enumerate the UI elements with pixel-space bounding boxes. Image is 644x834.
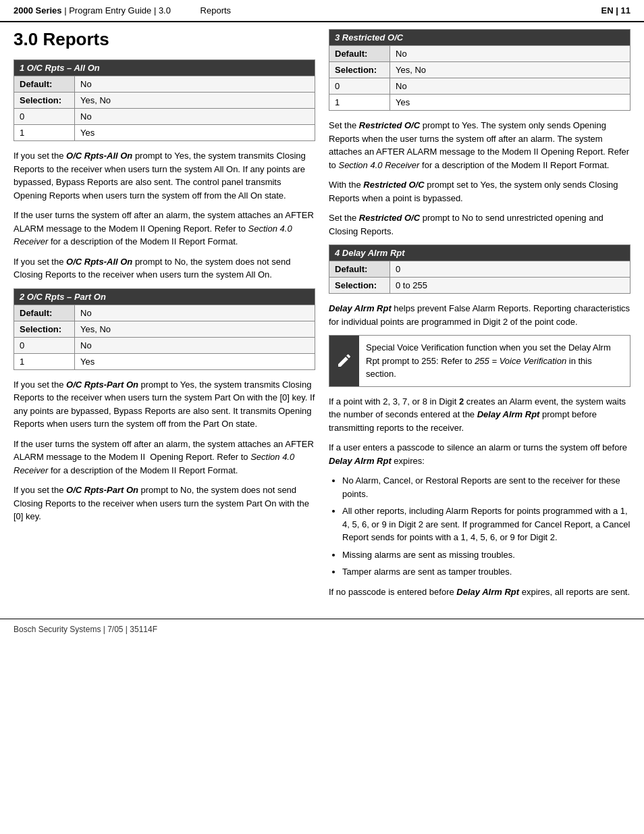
t3-para1: Set the Restricted O/C prompt to Yes. Th…: [329, 119, 630, 172]
bullet-item-3: Missing alarms are sent as missing troub…: [342, 548, 630, 562]
page-header: 2000 Series | Program Entry Guide | 3.0 …: [0, 0, 644, 22]
table-oc-rpts-part-on: 2 O/C Rpts – Part On Default: No Selecti…: [14, 288, 315, 370]
table3-row0-val: No: [390, 78, 630, 95]
t4-para3: If a user enters a passcode to silence a…: [329, 441, 630, 467]
note-text: Special Voice Verification function when…: [366, 342, 611, 379]
table4-header: 4 Delay Alrm Rpt: [329, 245, 630, 261]
series-title: 2000 Series: [14, 5, 62, 16]
table-oc-rpts-all-on: 1 O/C Rpts – All On Default: No Selectio…: [14, 59, 315, 141]
table3-header: 3 Restricted O/C: [329, 30, 630, 46]
table3-selection-value: Yes, No: [390, 62, 630, 78]
table3-default-value: No: [390, 46, 630, 62]
table-delay-alrm-rpt: 4 Delay Alrm Rpt Default: 0 Selection: 0…: [329, 244, 630, 294]
bullet-item-4: Tamper alarms are sent as tamper trouble…: [342, 565, 630, 579]
header-left: 2000 Series | Program Entry Guide | 3.0 …: [14, 5, 231, 16]
table3-default-label: Default:: [329, 46, 390, 62]
t1-para3: If you set the O/C Rpts-All On prompt to…: [14, 255, 315, 282]
note-icon: [329, 336, 359, 386]
footer-text: Bosch Security Systems | 7/05 | 35114F: [14, 625, 157, 634]
t3-para2: With the Restricted O/C prompt set to Ye…: [329, 178, 630, 205]
page-footer: Bosch Security Systems | 7/05 | 35114F: [0, 619, 644, 640]
table1-default-label: Default:: [14, 76, 75, 93]
t1-para1: If you set the O/C Rpts-All On prompt to…: [14, 149, 315, 202]
table3-selection-label: Selection:: [329, 62, 390, 78]
header-right: EN | 11: [601, 5, 630, 16]
table2-row0-key: 0: [14, 337, 75, 353]
left-column: 3.0 Reports 1 O/C Rpts – All On Default:…: [14, 29, 315, 605]
t2-para2: If the user turns the system off after a…: [14, 438, 315, 477]
t2-para3: If you set the O/C Rpts-Part On prompt t…: [14, 484, 315, 523]
pencil-icon: [336, 353, 352, 369]
note-box: Special Voice Verification function when…: [329, 335, 630, 387]
t2-para1: If you set the O/C Rpts-Part On prompt t…: [14, 378, 315, 431]
table4-default-label: Default:: [329, 261, 390, 278]
t4-para2: If a point with 2, 3, 7, or 8 in Digit 2…: [329, 395, 630, 435]
bullet-item-2: All other reports, including Alarm Repor…: [342, 504, 630, 544]
table2-default-value: No: [75, 305, 315, 321]
table4-selection-label: Selection:: [329, 278, 390, 294]
table2-row0-val: No: [75, 337, 315, 353]
table2-selection-value: Yes, No: [75, 321, 315, 337]
table-restricted-oc: 3 Restricted O/C Default: No Selection: …: [329, 29, 630, 111]
table1-default-value: No: [75, 76, 315, 93]
table1-selection-value: Yes, No: [75, 93, 315, 109]
t3-para3: Set the Restricted O/C prompt to No to s…: [329, 211, 630, 238]
header-center-text: Reports: [200, 5, 232, 16]
table3-row1-val: Yes: [390, 95, 630, 111]
table1-row1-key: 1: [14, 125, 75, 141]
table1-row0-key: 0: [14, 109, 75, 125]
table2-row1-val: Yes: [75, 353, 315, 369]
table1-row1-val: Yes: [75, 125, 315, 141]
table1-header: 1 O/C Rpts – All On: [14, 60, 315, 76]
table2-default-label: Default:: [14, 305, 75, 321]
note-content: Special Voice Verification function when…: [359, 336, 630, 386]
bullet-item-1: No Alarm, Cancel, or Restoral Reports ar…: [342, 474, 630, 500]
t4-para4: If no passcode is entered before Delay A…: [329, 585, 630, 599]
table3-row0-key: 0: [329, 78, 390, 95]
t1-para2: If the user turns the system off after a…: [14, 209, 315, 249]
page-title: 3.0 Reports: [14, 29, 315, 50]
table1-selection-label: Selection:: [14, 93, 75, 109]
table4-default-value: 0: [390, 261, 630, 278]
table2-row1-key: 1: [14, 353, 75, 369]
table3-row1-key: 1: [329, 95, 390, 111]
right-column: 3 Restricted O/C Default: No Selection: …: [329, 29, 630, 605]
header-subtitle: | Program Entry Guide | 3.0: [62, 5, 171, 16]
bullet-list: No Alarm, Cancel, or Restoral Reports ar…: [342, 474, 630, 579]
table4-selection-value: 0 to 255: [390, 278, 630, 294]
t4-para1: Delay Alrm Rpt helps prevent False Alarm…: [329, 302, 630, 328]
table2-header: 2 O/C Rpts – Part On: [14, 288, 315, 305]
main-content: 3.0 Reports 1 O/C Rpts – All On Default:…: [0, 29, 644, 605]
table1-row0-val: No: [75, 109, 315, 125]
table2-selection-label: Selection:: [14, 321, 75, 337]
